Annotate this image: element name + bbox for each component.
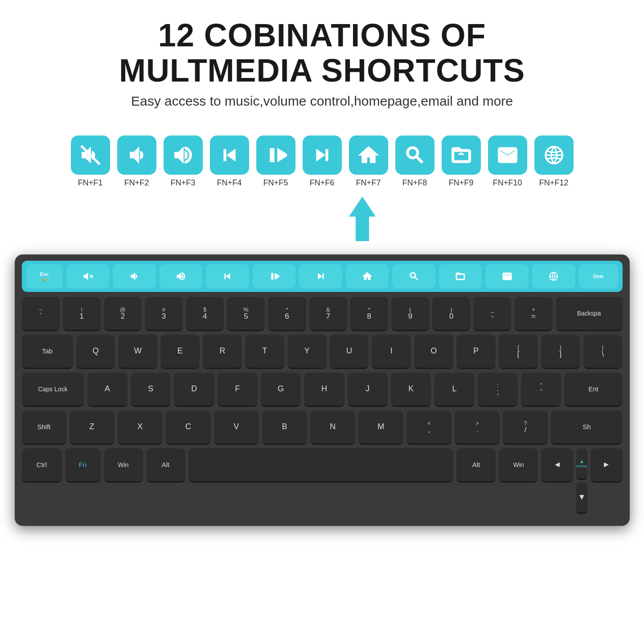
ctrl-key[interactable]: Ctrl <box>22 448 62 483</box>
search-icon <box>404 144 426 166</box>
key-0[interactable]: )0 <box>432 296 470 331</box>
key-lbracket[interactable]: {[ <box>499 334 538 369</box>
key-3[interactable]: #3 <box>145 296 183 331</box>
fn-folder-key[interactable] <box>439 264 482 288</box>
fn-vol-up-key[interactable] <box>160 264 203 288</box>
shortcut-fn-f1: FN+F1 <box>71 135 110 188</box>
enter-key[interactable]: Ent <box>564 372 622 407</box>
key-a[interactable]: A <box>87 372 127 407</box>
key-d[interactable]: D <box>174 372 214 407</box>
browser-icon <box>543 144 565 166</box>
shortcut-label-f12: FN+F12 <box>539 178 569 188</box>
shortcut-label-f1: FN+F1 <box>78 178 103 188</box>
key-h[interactable]: H <box>304 372 344 407</box>
key-rbracket[interactable]: }] <box>541 334 580 369</box>
key-comma[interactable]: <, <box>406 410 451 445</box>
shift-right-key[interactable]: Sh <box>551 410 622 445</box>
key-6[interactable]: ^6 <box>268 296 306 331</box>
fn-vol-up-icon <box>176 271 186 282</box>
fn-mute-key[interactable] <box>66 264 110 288</box>
shortcut-label-f9: FN+F9 <box>449 178 474 188</box>
home-icon <box>357 144 380 166</box>
key-r[interactable]: R <box>203 334 242 369</box>
alt-left-key[interactable]: Alt <box>146 448 185 483</box>
shortcut-fn-f9: FN+F9 <box>442 135 481 188</box>
key-s[interactable]: S <box>131 372 171 407</box>
fn-home-key[interactable] <box>346 264 389 288</box>
key-q[interactable]: Q <box>76 334 115 369</box>
key-backslash[interactable]: |\ <box>583 334 623 369</box>
key-period[interactable]: >. <box>455 410 500 445</box>
svg-marker-2 <box>349 197 376 241</box>
key-minus[interactable]: _- <box>473 296 511 331</box>
key-t[interactable]: T <box>245 334 284 369</box>
key-c[interactable]: C <box>166 410 211 445</box>
down-arrow-key[interactable]: ▼ <box>576 482 587 514</box>
key-l[interactable]: L <box>434 372 474 407</box>
backspace-key[interactable]: Backspa <box>556 296 623 331</box>
key-equal[interactable]: += <box>514 296 552 331</box>
key-o[interactable]: O <box>414 334 453 369</box>
key-w[interactable]: W <box>118 334 157 369</box>
key-7[interactable]: &7 <box>309 296 347 331</box>
fn-vol-down-icon <box>129 271 139 282</box>
key-e[interactable]: E <box>160 334 200 369</box>
keyboard: Esc 🔒 <box>15 254 630 526</box>
email-icon <box>496 144 519 166</box>
key-y[interactable]: Y <box>287 334 327 369</box>
key-x[interactable]: X <box>118 410 163 445</box>
keyboard-wrapper: Esc 🔒 <box>15 254 630 526</box>
key-k[interactable]: K <box>391 372 431 407</box>
key-f[interactable]: F <box>217 372 258 407</box>
fn-search-key[interactable] <box>392 264 435 288</box>
fn-key[interactable]: Fn <box>65 448 101 483</box>
key-b[interactable]: B <box>262 410 307 445</box>
key-2[interactable]: @2 <box>104 296 142 331</box>
key-z[interactable]: Z <box>70 410 115 445</box>
left-arrow-key[interactable]: ◄ <box>541 448 573 483</box>
caps-lock-key[interactable]: Caps Lock <box>22 372 84 407</box>
key-v[interactable]: V <box>214 410 259 445</box>
key-u[interactable]: U <box>330 334 369 369</box>
volume-down-icon <box>126 144 148 166</box>
esc-key[interactable]: Esc 🔒 <box>26 264 63 288</box>
key-n[interactable]: N <box>310 410 355 445</box>
alt-right-key[interactable]: Alt <box>456 448 496 483</box>
fn-email-key[interactable] <box>485 264 529 288</box>
fn-next-key[interactable] <box>299 264 342 288</box>
key-1[interactable]: !1 <box>63 296 101 331</box>
shortcut-label-f3: FN+F3 <box>171 178 196 188</box>
key-4[interactable]: $4 <box>186 296 224 331</box>
key-i[interactable]: I <box>372 334 411 369</box>
key-backtick[interactable]: ~` <box>22 296 60 331</box>
fn-vol-down-key[interactable] <box>113 264 156 288</box>
key-m[interactable]: M <box>358 410 403 445</box>
main-title: 12 COBINATIONS OF MULTMEDIA SHORTCUTS <box>119 18 525 88</box>
fn-browser-key[interactable] <box>532 264 575 288</box>
key-j[interactable]: J <box>348 372 388 407</box>
tab-key[interactable]: Tab <box>22 334 73 369</box>
browser-icon-box <box>534 135 574 175</box>
win-left-key[interactable]: Win <box>104 448 143 483</box>
key-semicolon[interactable]: :; <box>478 372 518 407</box>
shift-left-key[interactable]: Shift <box>22 410 66 445</box>
folder-icon-box <box>442 135 481 175</box>
fn-mute-icon <box>82 271 93 282</box>
key-9[interactable]: (9 <box>391 296 429 331</box>
key-g[interactable]: G <box>261 372 301 407</box>
del-key[interactable]: Dele <box>579 264 618 288</box>
key-8[interactable]: *8 <box>350 296 388 331</box>
up-arrow-key[interactable]: ▲Home <box>576 448 587 480</box>
key-slash[interactable]: ?/ <box>503 410 548 445</box>
fn-play-key[interactable] <box>253 264 296 288</box>
win-right-key[interactable]: Win <box>499 448 538 483</box>
fn-prev-key[interactable] <box>206 264 249 288</box>
fn-row: Esc 🔒 <box>22 261 623 292</box>
key-p[interactable]: P <box>456 334 496 369</box>
fn-search-icon <box>409 271 419 282</box>
shortcuts-row: FN+F1 FN+F2 FN+F3 <box>71 135 574 188</box>
key-quote[interactable]: "' <box>521 372 561 407</box>
right-arrow-key[interactable]: ► <box>591 448 623 483</box>
key-5[interactable]: %5 <box>227 296 265 331</box>
spacebar-key[interactable] <box>189 448 454 483</box>
